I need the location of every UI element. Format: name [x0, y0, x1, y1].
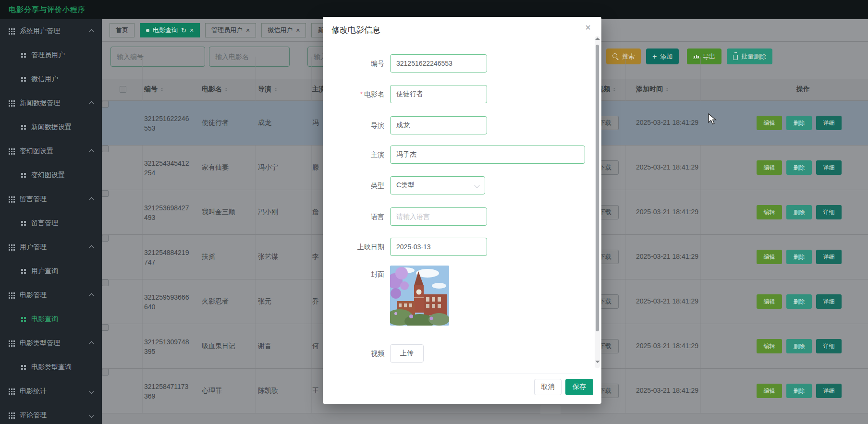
search-input-2[interactable] — [209, 47, 290, 67]
sidebar-item-label: 变幻图设置 — [31, 171, 65, 180]
delete-button[interactable]: 删除 — [786, 294, 812, 309]
edit-button[interactable]: 编辑 — [757, 294, 782, 309]
sidebar-group-评论管理[interactable]: 评论管理 — [0, 403, 102, 424]
close-tab-icon[interactable]: × — [296, 27, 300, 34]
scroll-down-icon[interactable] — [595, 361, 600, 363]
搜索-button[interactable]: 搜索 — [606, 48, 641, 64]
upload-button[interactable]: 上传 — [390, 344, 424, 363]
sidebar-group-变幻图设置[interactable]: 变幻图设置 — [0, 139, 102, 163]
column-header-导演[interactable]: 导演 — [258, 85, 278, 94]
cell-movie-name: 使徒行者 — [202, 119, 229, 127]
export-icon — [693, 54, 699, 59]
sidebar-group-用户管理[interactable]: 用户管理 — [0, 235, 102, 259]
cell-director: 张元 — [258, 297, 271, 306]
field-input-编号[interactable] — [390, 54, 487, 73]
sidebar-item-电影类型查询[interactable]: 电影类型查询 — [0, 355, 102, 379]
field-label-电影名: *电影名 — [328, 85, 384, 103]
field-input-主演[interactable] — [390, 145, 585, 164]
delete-button[interactable]: 删除 — [786, 160, 812, 175]
field-input-导演[interactable] — [390, 116, 487, 134]
sort-carets-icon[interactable] — [160, 86, 164, 93]
close-tab-icon[interactable]: × — [190, 27, 194, 34]
close-icon[interactable]: × — [585, 23, 591, 32]
scroll-up-icon[interactable] — [595, 37, 600, 40]
column-header-添加时间[interactable]: 添加时间 — [636, 85, 669, 94]
edit-button[interactable]: 编辑 — [757, 339, 782, 353]
sidebar-item-电影查询[interactable]: 电影查询 — [0, 307, 102, 331]
批量删除-button[interactable]: 批量删除 — [727, 48, 772, 64]
squares-icon — [21, 317, 26, 322]
tab-电影查询[interactable]: 电影查询↻× — [140, 23, 200, 37]
row-checkbox[interactable] — [102, 235, 109, 242]
sidebar-item-管理员用户[interactable]: 管理员用户 — [0, 43, 102, 67]
button-label: 批量删除 — [741, 52, 766, 61]
sidebar-item-新闻数据设置[interactable]: 新闻数据设置 — [0, 115, 102, 139]
edit-button[interactable]: 编辑 — [757, 384, 782, 398]
detail-button[interactable]: 详细 — [816, 116, 842, 130]
detail-button[interactable]: 详细 — [816, 294, 842, 309]
row-checkbox[interactable] — [102, 369, 109, 376]
sidebar-item-变幻图设置[interactable]: 变幻图设置 — [0, 163, 102, 187]
detail-button[interactable]: 详细 — [816, 205, 842, 219]
导出-button[interactable]: 导出 — [687, 48, 721, 64]
detail-button[interactable]: 详细 — [816, 160, 842, 175]
select-all-checkbox[interactable] — [120, 86, 126, 93]
row-checkbox[interactable] — [102, 190, 109, 197]
row-checkbox[interactable] — [102, 279, 109, 286]
sidebar-item-留言管理[interactable]: 留言管理 — [0, 211, 102, 235]
delete-button[interactable]: 删除 — [786, 116, 812, 130]
edit-button[interactable]: 编辑 — [757, 205, 782, 219]
search-input-1[interactable] — [110, 47, 205, 67]
row-checkbox[interactable] — [102, 145, 109, 152]
cell-id: 321258471173369 — [144, 382, 192, 401]
cancel-button[interactable]: 取消 — [534, 379, 562, 395]
column-header-编号[interactable]: 编号 — [144, 85, 164, 94]
save-button[interactable]: 保存 — [565, 379, 593, 395]
field-input-上映日期[interactable] — [390, 238, 487, 256]
grid-icon — [9, 244, 15, 251]
sidebar-group-留言管理[interactable]: 留言管理 — [0, 187, 102, 211]
refresh-icon[interactable]: ↻ — [181, 27, 186, 34]
scrollbar-thumb[interactable] — [596, 45, 599, 331]
tab-首页[interactable]: 首页 — [110, 23, 134, 37]
edit-button[interactable]: 编辑 — [757, 250, 782, 264]
sidebar-group-系统用户管理[interactable]: 系统用户管理 — [0, 19, 102, 43]
sort-carets-icon[interactable] — [612, 86, 616, 93]
sort-carets-icon[interactable] — [274, 86, 278, 93]
delete-button[interactable]: 删除 — [786, 250, 812, 264]
sort-carets-icon[interactable] — [224, 86, 228, 93]
sidebar-group-电影类型管理[interactable]: 电影类型管理 — [0, 331, 102, 355]
delete-button[interactable]: 删除 — [786, 339, 812, 353]
添加-button[interactable]: 添加 — [646, 48, 679, 64]
field-input-语言[interactable] — [390, 207, 487, 226]
field-select-类型[interactable]: C类型 — [390, 176, 485, 194]
column-header-电影名[interactable]: 电影名 — [202, 85, 228, 94]
sidebar-group-电影统计[interactable]: 电影统计 — [0, 379, 102, 403]
sidebar-item-用户查询[interactable]: 用户查询 — [0, 259, 102, 283]
field-label-类型: 类型 — [328, 176, 384, 194]
tab-管理员用户[interactable]: 管理员用户× — [205, 23, 256, 37]
sort-carets-icon[interactable] — [665, 86, 669, 93]
row-checkbox[interactable] — [102, 324, 109, 331]
edit-button[interactable]: 编辑 — [757, 160, 782, 175]
detail-button[interactable]: 详细 — [816, 339, 842, 353]
sidebar-group-新闻数据管理[interactable]: 新闻数据管理 — [0, 91, 102, 115]
row-checkbox[interactable] — [102, 101, 109, 108]
field-label-语言: 语言 — [328, 207, 384, 226]
chevron-down-icon — [89, 413, 94, 418]
delete-button[interactable]: 删除 — [786, 205, 812, 219]
edit-button[interactable]: 编辑 — [757, 116, 782, 130]
sidebar-group-电影管理[interactable]: 电影管理 — [0, 283, 102, 307]
detail-button[interactable]: 详细 — [816, 384, 842, 398]
chevron-down-icon — [474, 182, 479, 188]
sidebar-item-微信用户[interactable]: 微信用户 — [0, 67, 102, 91]
sidebar-item-label: 评论管理 — [20, 411, 47, 420]
tab-微信用户[interactable]: 微信用户× — [261, 23, 306, 37]
delete-button[interactable]: 删除 — [786, 384, 812, 398]
close-tab-icon[interactable]: × — [246, 27, 250, 34]
squares-icon — [21, 125, 26, 130]
detail-button[interactable]: 详细 — [816, 250, 842, 264]
tab-label: 电影查询 — [153, 26, 178, 35]
field-input-电影名[interactable] — [390, 85, 487, 103]
field-label-封面: 封面 — [328, 269, 384, 279]
